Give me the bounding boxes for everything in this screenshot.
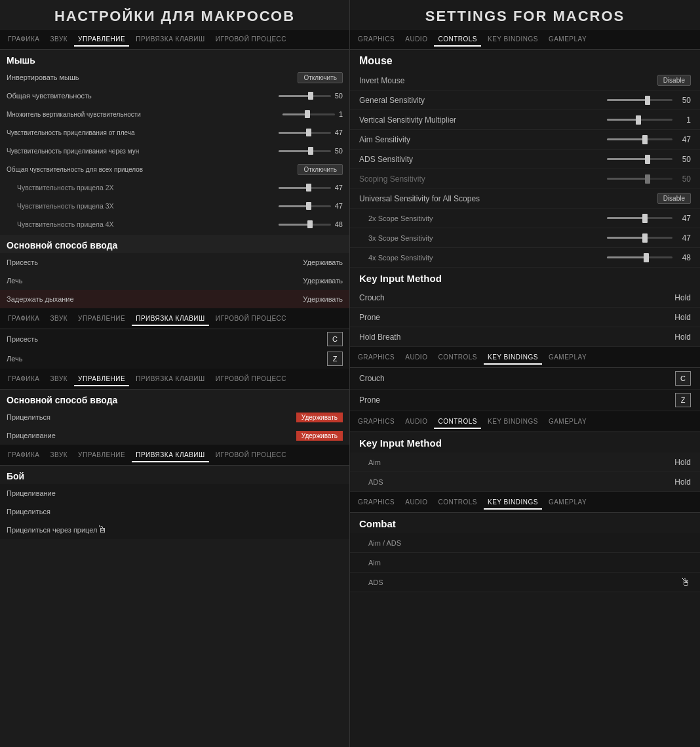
right-invert-label: Invert Mouse [359, 76, 657, 85]
aim-value[interactable]: Удерживать [296, 413, 343, 422]
combat-aim-label: Прицелиться [7, 508, 50, 515]
right-crouch-hold[interactable]: Hold [674, 293, 691, 302]
right-ads-hold[interactable]: Hold [674, 477, 691, 487]
right-mid-nav-gameplay[interactable]: GAMEPLAY [545, 351, 591, 365]
scope3x-slider[interactable]: 47 [279, 202, 343, 210]
prone-binding-row: Лечь Z [0, 349, 349, 369]
right-vertical-slider[interactable]: 1 [607, 115, 691, 125]
right-general-label: General Sensitivity [359, 96, 607, 105]
right-prone-key[interactable]: Z [675, 393, 691, 407]
right-bot1-title: Key Input Method [350, 432, 700, 453]
ads-sensitivity-slider[interactable]: 50 [279, 147, 343, 155]
general-sensitivity-slider[interactable]: 50 [279, 92, 343, 100]
right-bot1-graphics[interactable]: GRAPHICS [354, 415, 399, 429]
crouch-value[interactable]: Удерживать [303, 258, 343, 266]
vertical-sensitivity-label: Множитель вертикальной чувствительности [7, 111, 141, 118]
right-vertical-label: Vertical Sensitivity Multiplier [359, 115, 607, 125]
right-bot1-controls[interactable]: CONTROLS [434, 415, 481, 429]
right-4x-slider[interactable]: 48 [607, 253, 691, 262]
holdbreath-value[interactable]: Удерживать [303, 295, 343, 303]
nav-gameplay-left[interactable]: ИГРОВОЙ ПРОЦЕСС [212, 33, 290, 47]
right-aim-row: Aim Sensitivity 47 [350, 130, 700, 150]
right-3x-slider[interactable]: 47 [607, 233, 691, 243]
aim-sensitivity-slider[interactable]: 47 [279, 129, 343, 136]
right-bot2-controls[interactable]: CONTROLS [434, 496, 481, 510]
right-aim-ads-label: Aim / ADS [359, 539, 691, 547]
left-top-nav: ГРАФИКА ЗВУК УПРАВЛЕНИЕ ПРИВЯЗКА КЛАВИШ … [0, 30, 349, 50]
mouse-icon-left: 🖱 [97, 524, 107, 536]
right-ads-input-label: ADS [359, 478, 674, 486]
right-bot2-graphics[interactable]: GRAPHICS [354, 496, 399, 510]
right-ads-slider[interactable]: 50 [607, 155, 691, 164]
mid-nav-controls[interactable]: УПРАВЛЕНИЕ [74, 312, 129, 326]
right-nav-keybindings[interactable]: KEY BINDINGS [484, 33, 542, 47]
right-crouch-bind-label: Crouch [359, 374, 675, 383]
bot-nav-gameplay[interactable]: ИГРОВОЙ ПРОЦЕСС [212, 373, 290, 386]
right-mid-nav-audio[interactable]: AUDIO [401, 351, 431, 365]
nav-controls-left[interactable]: УПРАВЛЕНИЕ [74, 33, 129, 47]
right-bot2-audio[interactable]: AUDIO [401, 496, 431, 510]
right-invert-btn[interactable]: Disable [657, 75, 691, 86]
right-holdbreath-label: Hold Breath [359, 333, 674, 342]
right-aim-value: 47 [678, 135, 691, 144]
bot-nav-controls[interactable]: УПРАВЛЕНИЕ [74, 373, 129, 386]
right-prone-row: Prone Hold [350, 308, 700, 327]
right-bot1-keybindings[interactable]: KEY BINDINGS [484, 415, 542, 429]
bot-nav-graphics[interactable]: ГРАФИКА [4, 373, 44, 386]
mid-nav-keybindings[interactable]: ПРИВЯЗКА КЛАВИШ [132, 312, 209, 326]
bot2-nav-graphics[interactable]: ГРАФИКА [4, 449, 44, 462]
right-nav-graphics[interactable]: GRAPHICS [354, 33, 399, 47]
bot-nav-keybindings[interactable]: ПРИВЯЗКА КЛАВИШ [132, 373, 209, 386]
prone-value[interactable]: Удерживать [303, 277, 343, 285]
right-bot2-keybindings[interactable]: KEY BINDINGS [484, 496, 542, 510]
right-holdbreath-hold[interactable]: Hold [674, 333, 691, 342]
right-aim-slider[interactable]: 47 [607, 135, 691, 144]
mid-nav-gameplay[interactable]: ИГРОВОЙ ПРОЦЕСС [212, 312, 290, 326]
aim-sensitivity-value: 47 [335, 129, 343, 136]
right-general-slider[interactable]: 50 [607, 96, 691, 105]
right-universal-btn[interactable]: Disable [657, 193, 691, 204]
bot-nav-audio[interactable]: ЗВУК [47, 373, 72, 386]
right-aim-hold[interactable]: Hold [674, 458, 691, 467]
prone-key[interactable]: Z [327, 352, 343, 366]
mid-nav-graphics[interactable]: ГРАФИКА [4, 312, 44, 326]
right-4x-value: 48 [678, 253, 691, 262]
right-ads-input-row: ADS Hold [350, 472, 700, 492]
bot2-nav-audio[interactable]: ЗВУК [47, 449, 72, 462]
nav-graphics-left[interactable]: ГРАФИКА [4, 33, 44, 47]
right-prone-bind-label: Prone [359, 395, 675, 405]
scope4x-slider[interactable]: 48 [279, 220, 343, 228]
right-crouch-key[interactable]: C [675, 371, 691, 386]
mid-nav-audio[interactable]: ЗВУК [47, 312, 72, 326]
right-nav-gameplay[interactable]: GAMEPLAY [545, 33, 591, 47]
right-panel: SETTINGS FOR MACROS GRAPHICS AUDIO CONTR… [350, 0, 700, 747]
right-mid-nav-graphics[interactable]: GRAPHICS [354, 351, 399, 365]
invert-mouse-row: Инвертировать мышь Отключить [0, 68, 349, 87]
right-prone-hold[interactable]: Hold [674, 313, 691, 322]
right-nav-audio[interactable]: AUDIO [401, 33, 431, 47]
bot2-nav-gameplay[interactable]: ИГРОВОЙ ПРОЦЕСС [212, 449, 290, 462]
crouch-key[interactable]: C [327, 332, 343, 346]
invert-mouse-btn[interactable]: Отключить [298, 72, 343, 83]
right-nav-controls[interactable]: CONTROLS [434, 33, 481, 47]
scope4x-row: Чувствительность прицела 4X 48 [0, 215, 349, 233]
bot2-nav-controls[interactable]: УПРАВЛЕНИЕ [74, 449, 129, 462]
general-sensitivity-row: Общая чувствительность 50 [0, 87, 349, 105]
right-mid-nav-controls[interactable]: CONTROLS [434, 351, 481, 365]
bot2-nav-keybindings[interactable]: ПРИВЯЗКА КЛАВИШ [132, 449, 209, 462]
scope2x-slider[interactable]: 47 [279, 184, 343, 192]
right-bot1-audio[interactable]: AUDIO [401, 415, 431, 429]
aiming-value[interactable]: Удерживать [296, 431, 343, 441]
nav-keybindings-left[interactable]: ПРИВЯЗКА КЛАВИШ [132, 33, 209, 47]
vertical-sensitivity-slider[interactable]: 1 [282, 110, 343, 118]
universal-sensitivity-btn[interactable]: Отключить [298, 164, 343, 175]
aiming-label: Прицеливание [7, 432, 56, 439]
right-bot1-gameplay[interactable]: GAMEPLAY [545, 415, 591, 429]
nav-audio-left[interactable]: ЗВУК [47, 33, 72, 47]
right-mid-nav-keybindings[interactable]: KEY BINDINGS [484, 351, 542, 365]
right-2x-slider[interactable]: 47 [607, 214, 691, 223]
vertical-sensitivity-row: Множитель вертикальной чувствительности … [0, 105, 349, 123]
right-bot2-gameplay[interactable]: GAMEPLAY [545, 496, 591, 510]
right-scoping-slider[interactable]: 50 [607, 174, 691, 184]
right-vertical-row: Vertical Sensitivity Multiplier 1 [350, 110, 700, 130]
